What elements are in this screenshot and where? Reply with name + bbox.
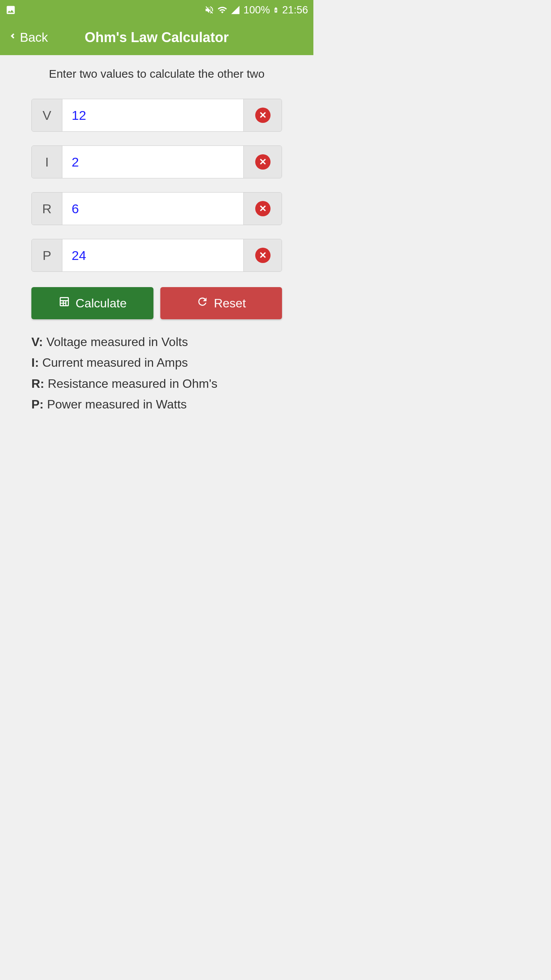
back-button[interactable]: Back bbox=[8, 29, 48, 46]
legend-voltage: V: Voltage measured in Volts bbox=[31, 332, 282, 352]
legend-resistance: R: Resistance measured in Ohm's bbox=[31, 373, 282, 394]
wifi-icon bbox=[217, 5, 227, 15]
current-label: I bbox=[32, 146, 62, 178]
content-area: Enter two values to calculate the other … bbox=[0, 55, 313, 427]
calculate-label: Calculate bbox=[76, 296, 127, 310]
status-right: 100% 21:56 bbox=[204, 4, 308, 16]
resistance-row: R ✕ bbox=[31, 192, 282, 225]
reset-label: Reset bbox=[214, 296, 246, 310]
status-time: 21:56 bbox=[282, 4, 308, 16]
instruction-text: Enter two values to calculate the other … bbox=[11, 67, 303, 80]
buttons-row: Calculate Reset bbox=[31, 287, 282, 319]
close-icon: ✕ bbox=[255, 154, 271, 170]
power-label: P bbox=[32, 239, 62, 271]
resistance-clear-button[interactable]: ✕ bbox=[243, 193, 282, 225]
power-row: P ✕ bbox=[31, 239, 282, 272]
voltage-label: V bbox=[32, 99, 62, 131]
mute-icon bbox=[204, 5, 214, 15]
voltage-row: V ✕ bbox=[31, 99, 282, 132]
gallery-icon bbox=[5, 5, 16, 15]
calculate-button[interactable]: Calculate bbox=[31, 287, 153, 319]
resistance-label: R bbox=[32, 193, 62, 225]
chevron-left-icon bbox=[8, 29, 17, 46]
battery-percent: 100% bbox=[243, 4, 270, 16]
voltage-clear-button[interactable]: ✕ bbox=[243, 99, 282, 131]
legend: V: Voltage measured in Volts I: Current … bbox=[31, 332, 282, 415]
close-icon: ✕ bbox=[255, 108, 271, 123]
power-clear-button[interactable]: ✕ bbox=[243, 239, 282, 271]
app-bar: Back Ohm's Law Calculator bbox=[0, 20, 313, 55]
calculator-icon bbox=[58, 296, 70, 311]
resistance-input[interactable] bbox=[62, 193, 243, 225]
power-input[interactable] bbox=[62, 239, 243, 271]
close-icon: ✕ bbox=[255, 201, 271, 216]
status-bar: 100% 21:56 bbox=[0, 0, 313, 20]
signal-icon bbox=[230, 5, 240, 15]
reset-button[interactable]: Reset bbox=[160, 287, 282, 319]
current-clear-button[interactable]: ✕ bbox=[243, 146, 282, 178]
current-row: I ✕ bbox=[31, 145, 282, 178]
battery-charging-icon bbox=[273, 5, 279, 15]
close-icon: ✕ bbox=[255, 248, 271, 263]
page-title: Ohm's Law Calculator bbox=[85, 29, 229, 46]
legend-power: P: Power measured in Watts bbox=[31, 394, 282, 415]
back-label: Back bbox=[20, 30, 48, 45]
legend-current: I: Current measured in Amps bbox=[31, 352, 282, 373]
current-input[interactable] bbox=[62, 146, 243, 178]
status-left bbox=[5, 5, 16, 15]
reset-icon bbox=[196, 296, 209, 311]
voltage-input[interactable] bbox=[62, 99, 243, 131]
